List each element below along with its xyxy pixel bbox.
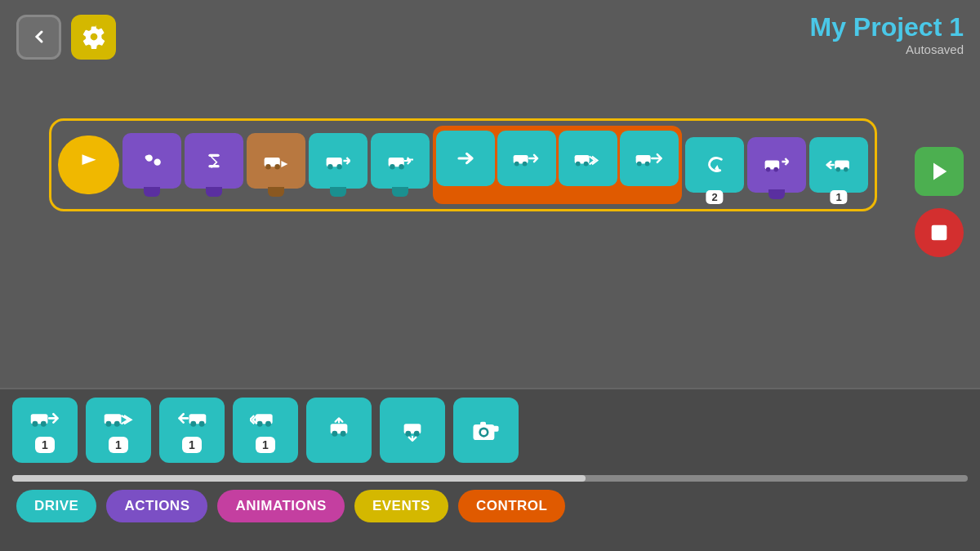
svg-point-21 (637, 162, 642, 167)
project-info: My Project 1 Autosaved (809, 12, 964, 56)
palette-drive-back-fast[interactable]: 1 (233, 398, 298, 463)
svg-point-22 (645, 162, 650, 167)
drive-icon (263, 150, 289, 171)
svg-point-25 (773, 167, 778, 172)
svg-marker-29 (933, 163, 947, 180)
loop-block[interactable] (433, 126, 682, 204)
block-tab (268, 187, 284, 197)
loop-inner-1[interactable] (436, 131, 495, 186)
block-tab (144, 187, 160, 197)
svg-point-19 (584, 162, 589, 167)
start-block[interactable] (58, 136, 119, 194)
drive-block-2[interactable] (309, 133, 368, 189)
tab-actions[interactable]: ACTIONS (106, 490, 207, 522)
settings-button[interactable] (71, 15, 116, 60)
block-tab (392, 187, 408, 197)
svg-point-27 (835, 167, 840, 172)
svg-point-9 (327, 164, 332, 169)
svg-point-35 (105, 421, 111, 427)
svg-point-6 (265, 164, 270, 169)
svg-rect-53 (492, 426, 499, 432)
back-icon (29, 27, 49, 47)
svg-point-18 (576, 162, 581, 167)
flag-icon (75, 151, 103, 179)
tab-drive[interactable]: DRIVE (16, 490, 96, 522)
category-tabs: DRIVE ACTIONS ANIMATIONS EVENTS CONTROL (0, 490, 980, 532)
final-block[interactable]: 1 (809, 137, 868, 193)
palette-drive-up[interactable] (306, 398, 372, 463)
svg-rect-3 (208, 154, 219, 157)
palette-drive-left[interactable]: 1 (159, 398, 225, 463)
palette-drive-right[interactable]: 1 (12, 398, 78, 463)
svg-point-28 (844, 167, 849, 172)
svg-rect-30 (932, 225, 947, 241)
run-icon (928, 160, 951, 183)
palette-icon-6 (397, 417, 428, 443)
back-button[interactable] (16, 15, 61, 60)
car-arrow-icon (635, 147, 664, 170)
palette-icon-2 (103, 407, 134, 433)
palette-icon-3 (176, 407, 207, 433)
run-button[interactable] (915, 147, 964, 196)
forward-icon (452, 147, 479, 170)
sense-block[interactable] (122, 133, 181, 189)
loop-inner-3[interactable] (559, 131, 617, 186)
svg-point-45 (341, 431, 346, 437)
stop-icon (928, 221, 951, 244)
svg-point-16 (523, 162, 528, 167)
block-tab (768, 189, 785, 199)
tab-animations[interactable]: ANIMATIONS (217, 490, 344, 522)
canvas-area: 2 1 (0, 73, 980, 388)
svg-point-24 (766, 167, 771, 172)
car-left-icon (826, 154, 852, 176)
project-subtitle: Autosaved (809, 42, 964, 56)
tab-events[interactable]: EVENTS (354, 490, 448, 522)
drive-dropdown-icon (764, 154, 790, 176)
block-sequence: 2 1 (49, 118, 877, 211)
svg-point-1 (154, 159, 161, 166)
header: My Project 1 Autosaved (0, 0, 980, 73)
svg-point-13 (399, 164, 403, 169)
drive-block-1[interactable] (247, 133, 305, 189)
svg-point-10 (336, 164, 341, 169)
palette-num-2: 1 (109, 437, 128, 453)
sense-icon (140, 149, 164, 173)
loop-inner-2[interactable] (497, 131, 556, 186)
palette-drive-down[interactable] (380, 398, 445, 463)
svg-point-33 (41, 421, 47, 427)
svg-point-39 (199, 421, 205, 427)
svg-point-7 (274, 164, 279, 169)
dropdown-block[interactable] (747, 137, 806, 193)
palette-icon-5 (323, 417, 354, 443)
count-badge: 1 (830, 190, 847, 204)
palette-icon-7 (470, 417, 501, 443)
car-forward-2-icon (573, 147, 603, 170)
svg-point-42 (265, 421, 271, 427)
scroll-thumb[interactable] (12, 475, 586, 482)
svg-point-51 (481, 429, 487, 435)
back-block[interactable]: 2 (685, 137, 744, 193)
palette-num-3: 1 (182, 437, 202, 453)
wait-icon (202, 149, 226, 173)
repeat-count-badge: 2 (706, 190, 723, 204)
svg-point-38 (190, 421, 196, 427)
drive-block-3[interactable] (371, 133, 430, 189)
svg-point-15 (514, 162, 519, 167)
scroll-bar[interactable] (12, 475, 968, 482)
loop-inner-4[interactable] (620, 131, 679, 186)
wait-block[interactable] (185, 133, 243, 189)
palette-icon-1 (29, 407, 60, 433)
palette-num-1: 1 (35, 437, 55, 453)
back-icon (701, 153, 728, 177)
svg-point-36 (114, 421, 120, 427)
palette-camera[interactable] (453, 398, 519, 463)
tab-control[interactable]: CONTROL (458, 490, 566, 522)
palette-drive-fast[interactable]: 1 (86, 398, 151, 463)
drive-2-icon (325, 150, 351, 171)
block-palette: 1 1 1 (0, 388, 980, 551)
block-tab (330, 187, 346, 197)
svg-point-47 (405, 431, 411, 437)
svg-rect-2 (145, 155, 149, 159)
palette-num-4: 1 (256, 437, 275, 453)
stop-button[interactable] (915, 208, 964, 257)
